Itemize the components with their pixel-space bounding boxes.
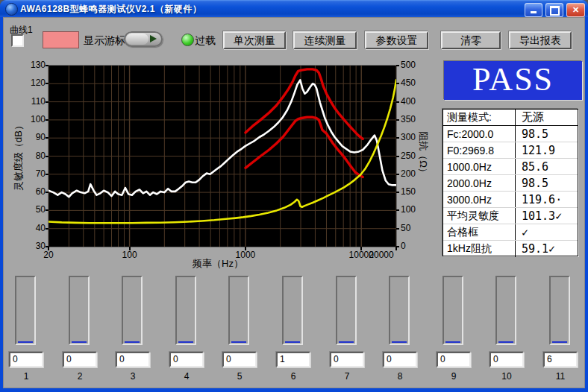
upper-limit-curve: [245, 69, 363, 139]
result-name: 合格框: [443, 224, 516, 240]
x-axis-tick: 20: [32, 250, 65, 260]
tick-mark: [396, 209, 399, 211]
result-row: F0:2969.8121.9: [443, 142, 578, 159]
right-axis-tick: 250: [401, 151, 426, 161]
tick-mark: [46, 156, 49, 157]
result-row: 1kHz阻抗59.1✓: [443, 241, 578, 257]
left-axis-tick: 120: [22, 78, 46, 88]
meter-label: 8: [383, 371, 417, 382]
single-measure-button[interactable]: 单次测量: [223, 31, 286, 49]
right-axis-tick: 50: [401, 223, 426, 233]
result-row: Fc:2000.098.5: [443, 126, 578, 142]
meter-value-field[interactable]: 0: [9, 352, 43, 367]
level-meter: [15, 276, 36, 345]
meter-value-field[interactable]: 0: [490, 352, 524, 367]
meter-value-field[interactable]: 0: [63, 352, 97, 367]
tick-mark: [396, 137, 399, 139]
tick-mark: [46, 192, 49, 193]
level-meter: [282, 276, 303, 345]
level-meter: [228, 276, 249, 345]
x-axis-tick: 100: [113, 250, 146, 260]
x-axis-tick: 20000: [365, 250, 398, 260]
results-table: 测量模式:无源Fc:2000.098.5F0:2969.8121.91000.0…: [442, 109, 578, 256]
export-report-button[interactable]: 导出报表: [509, 31, 572, 49]
zero-button[interactable]: 清零: [441, 31, 501, 49]
meter-label: 1: [9, 371, 43, 382]
level-meter: [122, 276, 143, 345]
tick-mark: [46, 209, 49, 211]
level-meter: [336, 276, 357, 345]
tick-mark: [245, 247, 246, 250]
show-cursor-toggle[interactable]: [124, 31, 163, 47]
right-axis-tick: 350: [401, 114, 426, 124]
result-value: 98.5: [516, 127, 578, 141]
level-meter: [69, 276, 90, 345]
meter-value-field[interactable]: 0: [116, 352, 150, 367]
meter-label: 9: [437, 371, 471, 382]
result-value: 无源: [516, 110, 578, 124]
tick-mark: [46, 228, 49, 230]
meter-label: 6: [276, 371, 310, 382]
left-axis-tick: 50: [22, 204, 46, 215]
right-axis-tick: 450: [401, 78, 426, 88]
level-meter-fill: [498, 341, 513, 343]
result-value: 101.3✓: [516, 209, 578, 223]
level-meter-fill: [178, 341, 193, 343]
meter-value-field[interactable]: 6: [543, 352, 578, 367]
tick-mark: [396, 228, 399, 230]
plot-area[interactable]: [49, 66, 396, 247]
result-name: F0:2969.8: [443, 142, 516, 158]
right-axis-tick: 100: [401, 204, 426, 215]
level-meter-fill: [125, 341, 140, 343]
tick-mark: [396, 174, 399, 175]
tick-mark: [396, 192, 399, 193]
level-meter-fill: [552, 341, 567, 343]
tick-mark: [46, 65, 49, 66]
result-name: 平均灵敏度: [443, 208, 516, 224]
tick-mark: [48, 247, 49, 250]
overload-label: 过载: [195, 34, 216, 48]
level-meter: [389, 276, 410, 345]
tick-mark: [396, 83, 399, 84]
right-axis-tick: 200: [401, 168, 426, 179]
result-value: 121.9: [516, 144, 578, 157]
result-name: 2000.0Hz: [443, 175, 516, 191]
curve1-color-swatch[interactable]: [43, 31, 79, 48]
toggle-knob: [126, 34, 148, 45]
parameter-settings-button[interactable]: 参数设置: [365, 31, 428, 49]
right-axis-tick: 0: [401, 241, 426, 251]
chart-svg: [49, 66, 396, 247]
curve1-checkbox[interactable]: [11, 34, 24, 47]
level-meter-fill: [285, 341, 300, 343]
tick-mark: [46, 137, 49, 139]
continuous-measure-button[interactable]: 连续测量: [293, 31, 357, 49]
level-meter: [495, 276, 516, 345]
meter-label: 11: [543, 371, 578, 382]
meter-value-field[interactable]: 0: [222, 352, 257, 367]
level-meter-fill: [72, 341, 87, 343]
level-meter-fill: [231, 341, 246, 343]
right-axis-tick: 500: [401, 60, 426, 70]
meter-value-field[interactable]: 0: [383, 352, 417, 367]
tick-mark: [396, 65, 399, 66]
meter-value-field[interactable]: 0: [330, 352, 364, 367]
x-axis-tick: 1000: [229, 250, 262, 260]
right-axis-tick: 150: [401, 186, 426, 197]
meter-value-field[interactable]: 0: [437, 352, 471, 367]
meter-label: 7: [330, 371, 364, 382]
level-meter-fill: [339, 341, 354, 343]
result-name: 1kHz阻抗: [443, 241, 516, 257]
result-name: Fc:2000.0: [443, 126, 516, 142]
right-axis-tick: 300: [401, 132, 426, 142]
client-area: 曲线1 显示游标 过载 单次测量连续测量参数设置清零导出报表 灵敏度级（dB） …: [3, 17, 585, 388]
meter-value-field[interactable]: 1: [276, 352, 310, 367]
result-row: 测量模式:无源: [443, 110, 578, 126]
meter-label: 4: [169, 371, 204, 382]
sensitivity-curve: [49, 80, 396, 197]
tick-mark: [360, 247, 362, 250]
tick-mark: [46, 174, 49, 175]
meter-value-field[interactable]: 0: [169, 352, 204, 367]
result-name: 3000.0Hz: [443, 192, 516, 207]
show-cursor-label: 显示游标: [84, 34, 125, 48]
level-meter: [175, 276, 196, 345]
